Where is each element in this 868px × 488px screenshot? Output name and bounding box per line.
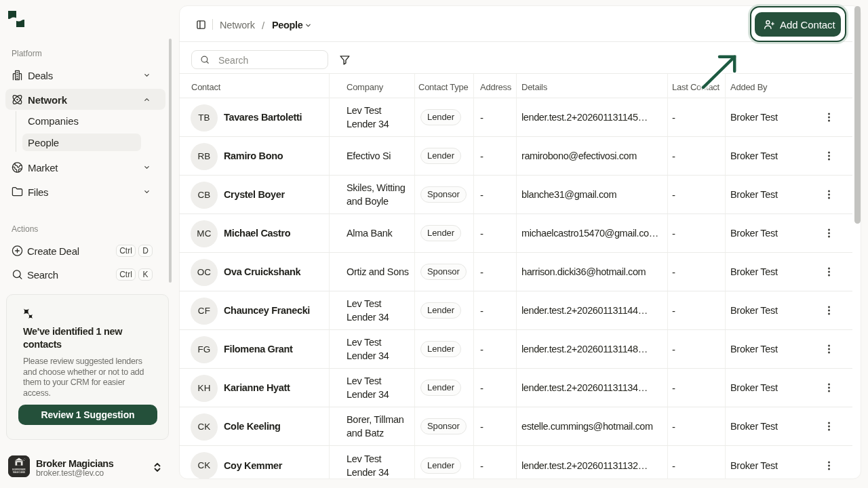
- svg-text:MAGICIANS: MAGICIANS: [13, 471, 25, 474]
